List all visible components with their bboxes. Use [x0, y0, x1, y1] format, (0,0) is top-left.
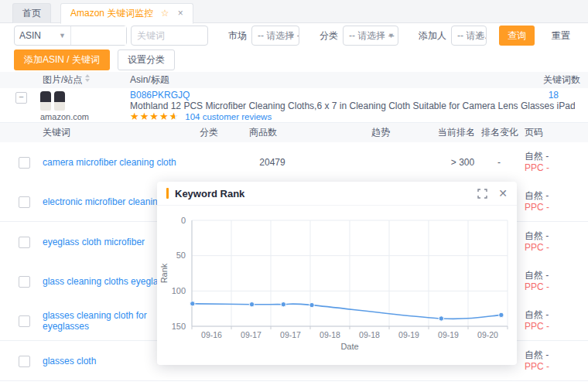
svg-text:09-19: 09-19: [398, 330, 419, 339]
keyword-search-input[interactable]: [131, 26, 208, 46]
product-image: [40, 90, 68, 111]
asin-link[interactable]: B086PKRGJQ: [130, 90, 190, 101]
column-keyword: 关键词: [43, 123, 70, 142]
reset-button[interactable]: 重置: [547, 29, 575, 43]
svg-text:Date: Date: [340, 342, 358, 351]
column-category: 分类: [200, 123, 218, 142]
star-icon: ★: [130, 111, 140, 122]
action-bar: 添加ASIN / 关键词 设置分类: [14, 49, 175, 70]
star-icon: ★★: [169, 111, 179, 122]
category-label: 分类: [320, 29, 338, 43]
svg-text:100: 100: [172, 286, 186, 295]
tab-active-label: Amazon 关键词监控: [70, 8, 153, 19]
page-cell: 自然 - PPC -: [525, 190, 549, 213]
row-checkbox[interactable]: [19, 237, 30, 248]
fullscreen-icon[interactable]: [477, 189, 487, 199]
svg-text:50: 50: [176, 251, 186, 260]
column-product-count: 商品数: [249, 123, 277, 142]
keyword-count-link[interactable]: 18: [549, 90, 559, 101]
adder-label: 添加人: [419, 29, 446, 43]
column-trend: 趋势: [371, 123, 390, 142]
category-select[interactable]: -- 请选择 -- ▼: [343, 26, 398, 46]
column-current-rank: 当前排名: [438, 123, 475, 142]
star-icon: ★: [159, 111, 169, 122]
svg-text:09-16: 09-16: [201, 330, 222, 339]
close-icon[interactable]: ✕: [498, 188, 508, 199]
chevron-down-icon: ▼: [476, 32, 483, 39]
ppc-page-value: PPC -: [525, 281, 549, 293]
column-page: 页码: [525, 123, 543, 142]
ppc-page-value: PPC -: [525, 162, 549, 174]
rank-change-cell: -: [481, 157, 517, 168]
natural-page-value: 自然 -: [525, 309, 549, 321]
sort-icon[interactable]: [85, 74, 90, 82]
page-cell: 自然 - PPC -: [525, 230, 549, 254]
row-checkbox[interactable]: [19, 315, 30, 327]
row-checkbox[interactable]: [19, 157, 30, 169]
asin-input[interactable]: [71, 26, 126, 45]
search-button[interactable]: 查询: [499, 26, 535, 46]
svg-text:09-18: 09-18: [359, 330, 380, 339]
star-rating: ★★★★★★: [130, 111, 179, 122]
row-checkbox[interactable]: [19, 196, 30, 208]
adder-select[interactable]: -- 请选... ▼: [451, 26, 487, 46]
keyword-rank-chart-area[interactable]: 05010015009-1609-1709-1709-1809-1809-190…: [157, 206, 517, 365]
amazon-keyword-monitor-page: 首页 Amazon 关键词监控 ☆ × ASIN ▼ 市场 -- 请选择 -- …: [0, 0, 588, 392]
keyword-link[interactable]: camera microfiber cleaning cloth: [43, 157, 176, 168]
market-select[interactable]: -- 请选择 -- ▼: [251, 26, 299, 46]
tab-home-label: 首页: [22, 8, 41, 19]
modal-header: Keyword Rank ✕: [157, 182, 517, 206]
column-image-site: 图片/站点: [43, 72, 90, 88]
favorite-star-icon[interactable]: ☆: [161, 8, 169, 19]
keyword-link[interactable]: glasses cloth: [43, 356, 96, 366]
customer-reviews-link[interactable]: 104 customer reviews: [185, 112, 272, 121]
row-checkbox[interactable]: [19, 356, 30, 367]
row-checkbox[interactable]: [19, 276, 30, 288]
page-cell: 自然 - PPC -: [525, 309, 549, 332]
svg-text:0: 0: [181, 216, 186, 225]
keyword-rank-chart[interactable]: 05010015009-1609-1709-1709-1809-1809-190…: [157, 206, 517, 365]
svg-text:09-19: 09-19: [438, 330, 459, 339]
keyword-table-header: 关键词 分类 商品数 趋势 当前排名 排名变化 页码: [0, 123, 588, 143]
svg-text:09-17: 09-17: [280, 330, 301, 339]
table-row: camera microfiber cleaning cloth 20479 >…: [0, 142, 588, 182]
natural-page-value: 自然 -: [525, 190, 549, 202]
tab-bar: 首页 Amazon 关键词监控 ☆ ×: [0, 0, 588, 23]
column-keyword-count: 关键词数: [543, 72, 580, 88]
column-rank-change: 排名变化: [481, 123, 518, 142]
collapse-row-icon[interactable]: −: [15, 92, 27, 104]
add-asin-keyword-button[interactable]: 添加ASIN / 关键词: [14, 49, 110, 70]
product-title: Mothland 12 PCS Microfiber Cleaning Clot…: [130, 101, 575, 111]
natural-page-value: 自然 -: [525, 349, 549, 361]
svg-text:09-18: 09-18: [320, 330, 340, 339]
natural-page-value: 自然 -: [525, 230, 549, 242]
ppc-page-value: PPC -: [525, 321, 549, 332]
product-table-header: 图片/站点 Asin/标题 关键词数: [0, 72, 588, 89]
ppc-page-value: PPC -: [525, 242, 549, 254]
tab-close-icon[interactable]: ×: [178, 8, 183, 19]
asin-type-select[interactable]: ASIN ▼: [15, 26, 71, 45]
chevron-down-icon: ▼: [289, 32, 296, 39]
filter-bar: ASIN ▼ 市场 -- 请选择 -- ▼ 分类 -- 请选择 -- ▼ 添加人…: [14, 26, 575, 46]
asin-filter-group: ASIN ▼: [14, 26, 127, 46]
product-count-cell: 20479: [249, 157, 296, 168]
tab-home[interactable]: 首页: [12, 3, 51, 23]
current-rank-cell: > 300: [438, 157, 487, 168]
tab-amazon-keyword-monitor[interactable]: Amazon 关键词监控 ☆ ×: [60, 3, 193, 24]
star-icon: ★: [149, 111, 159, 122]
column-asin-title: Asin/标题: [130, 72, 169, 88]
svg-text:09-17: 09-17: [241, 330, 262, 339]
modal-title: Keyword Rank: [175, 188, 477, 199]
keyword-rank-modal: Keyword Rank ✕ 05010015009-1609-1709-170…: [157, 182, 517, 365]
ppc-page-value: PPC -: [525, 361, 549, 373]
set-category-button[interactable]: 设置分类: [118, 49, 175, 70]
chevron-down-icon: ▼: [388, 32, 395, 39]
ppc-page-value: PPC -: [525, 202, 549, 213]
keyword-link[interactable]: eyeglass cloth microfiber: [43, 237, 145, 247]
svg-text:150: 150: [172, 322, 186, 331]
product-rating-row: ★★★★★★ 104 customer reviews: [130, 111, 272, 122]
natural-page-value: 自然 -: [525, 270, 549, 281]
natural-page-value: 自然 -: [525, 151, 549, 162]
svg-text:09-20: 09-20: [477, 330, 498, 339]
page-cell: 自然 - PPC -: [525, 151, 549, 174]
